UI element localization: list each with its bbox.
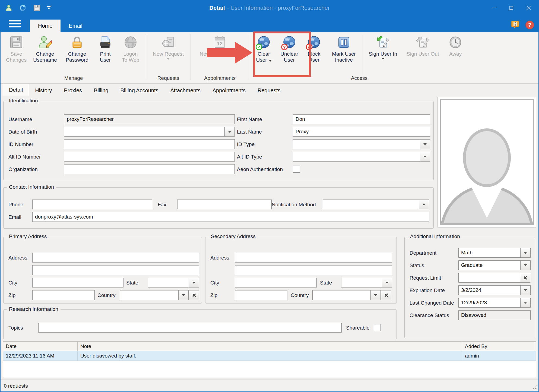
alt-id-type-label: Alt ID Type	[237, 154, 262, 160]
notification-method-field[interactable]	[323, 200, 419, 209]
expiration-date-dropdown-button[interactable]	[520, 285, 531, 295]
request-limit-clear-button[interactable]	[520, 273, 530, 283]
aeon-authentication-checkbox[interactable]	[293, 166, 300, 173]
expiration-date-field[interactable]	[458, 285, 521, 295]
save-icon[interactable]	[33, 4, 41, 12]
close-button[interactable]	[520, 0, 537, 15]
date-of-birth-dropdown-button[interactable]	[224, 127, 235, 137]
customize-toolbar-chevron-icon[interactable]	[47, 6, 50, 9]
resize-grip[interactable]	[533, 385, 538, 391]
email-field[interactable]	[32, 212, 429, 222]
tab-detail[interactable]: Detail	[3, 84, 29, 96]
primary-city-field[interactable]	[32, 278, 123, 287]
ribbon-separator	[146, 34, 146, 80]
sign-user-in-button[interactable]: Sign User In	[364, 33, 402, 75]
last-changed-date-dropdown-button[interactable]	[520, 298, 531, 308]
secondary-address-line2-field[interactable]	[235, 265, 392, 275]
last-changed-date-field[interactable]	[458, 298, 521, 308]
sign-user-out-button[interactable]: Sign User Out	[402, 33, 443, 75]
fax-field[interactable]	[177, 200, 272, 209]
save-changes-label: Save Changes	[6, 51, 27, 63]
request-limit-field[interactable]	[458, 273, 521, 283]
new-appointment-button[interactable]: 12 New Appointment	[193, 33, 247, 75]
secondary-address-line1-field[interactable]	[235, 253, 392, 263]
tab-billing[interactable]: Billing	[88, 85, 114, 96]
user-photo-placeholder[interactable]	[440, 99, 534, 225]
tab-history[interactable]: History	[29, 85, 58, 96]
help-button[interactable]: ?	[525, 21, 534, 29]
table-row[interactable]: 12/29/2023 11:16 AM User disavowed by st…	[3, 351, 536, 361]
primary-zip-field[interactable]	[32, 290, 95, 300]
new-request-button[interactable]: New Request	[148, 33, 189, 75]
primary-state-field[interactable]	[148, 278, 189, 287]
department-dropdown-button[interactable]	[520, 248, 531, 258]
column-header-date[interactable]: Date	[3, 342, 78, 351]
primary-address-line1-field[interactable]	[32, 253, 199, 263]
tab-proxies[interactable]: Proxies	[58, 85, 88, 96]
unclear-user-button[interactable]: ? Unclear User	[277, 33, 302, 75]
primary-state-dropdown-button[interactable]	[189, 278, 199, 287]
away-label: Away	[449, 51, 462, 57]
column-header-note[interactable]: Note	[78, 342, 462, 351]
secondary-state-dropdown-button[interactable]	[382, 278, 392, 287]
tab-attachments[interactable]: Attachments	[164, 85, 207, 96]
logon-to-web-button[interactable]: Logon To Web	[117, 33, 144, 75]
secondary-state-label: State	[320, 280, 332, 286]
organization-field[interactable]	[64, 164, 235, 174]
department-field[interactable]	[458, 248, 521, 258]
secondary-city-field[interactable]	[235, 278, 317, 287]
minimize-button[interactable]	[485, 0, 503, 15]
id-type-field[interactable]	[293, 139, 420, 149]
primary-country-clear-button[interactable]	[189, 290, 199, 300]
refresh-icon[interactable]	[19, 4, 27, 12]
topics-field[interactable]	[38, 323, 342, 333]
change-username-button[interactable]: Change Username	[29, 33, 61, 75]
clearance-status-field[interactable]	[458, 310, 531, 320]
floppy-disk-icon	[9, 35, 24, 50]
alt-id-number-field[interactable]	[64, 152, 235, 162]
secondary-country-clear-button[interactable]	[381, 290, 391, 300]
print-user-button[interactable]: Print User	[93, 33, 117, 75]
tab-billing-accounts[interactable]: Billing Accounts	[114, 85, 164, 96]
status-field[interactable]	[458, 260, 521, 270]
username-field[interactable]	[64, 114, 235, 124]
tab-home[interactable]: Home	[30, 20, 61, 32]
clear-user-button[interactable]: ✓ Clear User	[251, 33, 277, 75]
tab-detail-label: Detail	[9, 87, 23, 93]
secondary-state-field[interactable]	[341, 278, 382, 287]
tab-email[interactable]: Email	[61, 20, 90, 32]
department-combo	[458, 248, 531, 258]
shareable-checkbox[interactable]	[374, 324, 381, 331]
maximize-button[interactable]	[503, 0, 520, 15]
block-user-button[interactable]: ✗ Block User	[302, 33, 326, 75]
tooltip-info-icon[interactable]	[511, 20, 519, 30]
first-name-field[interactable]	[293, 114, 430, 124]
ribbon: Save Changes Change Username Change Pass…	[0, 32, 539, 84]
secondary-zip-field[interactable]	[235, 290, 287, 300]
mark-user-inactive-button[interactable]: Mark User Inactive	[326, 33, 362, 75]
tab-appointments[interactable]: Appointments	[207, 85, 252, 96]
primary-country-field[interactable]	[120, 290, 179, 300]
change-password-button[interactable]: Change Password	[61, 33, 93, 75]
alt-id-type-dropdown-button[interactable]	[420, 152, 430, 162]
tab-requests[interactable]: Requests	[252, 85, 287, 96]
id-number-field[interactable]	[64, 139, 235, 149]
alt-id-type-field[interactable]	[293, 152, 420, 162]
notification-method-dropdown-button[interactable]	[419, 200, 429, 209]
primary-country-dropdown-button[interactable]	[178, 290, 189, 300]
status-dropdown-button[interactable]	[520, 260, 531, 270]
primary-address-line2-field[interactable]	[32, 265, 199, 275]
save-changes-button[interactable]: Save Changes	[3, 33, 29, 75]
ribbon-group-requests: New Request Requests	[147, 32, 190, 83]
secondary-country-dropdown-button[interactable]	[370, 290, 381, 300]
secondary-country-field[interactable]	[312, 290, 371, 300]
away-button[interactable]: Away	[443, 33, 467, 75]
user-icon[interactable]	[5, 4, 12, 12]
hamburger-menu-button[interactable]	[0, 15, 30, 32]
last-name-field[interactable]	[293, 127, 430, 137]
phone-field[interactable]	[32, 200, 152, 209]
column-header-added-by[interactable]: Added By	[462, 342, 536, 351]
id-type-dropdown-button[interactable]	[420, 139, 430, 149]
date-of-birth-field[interactable]	[64, 127, 225, 137]
svg-text:12: 12	[217, 41, 223, 46]
